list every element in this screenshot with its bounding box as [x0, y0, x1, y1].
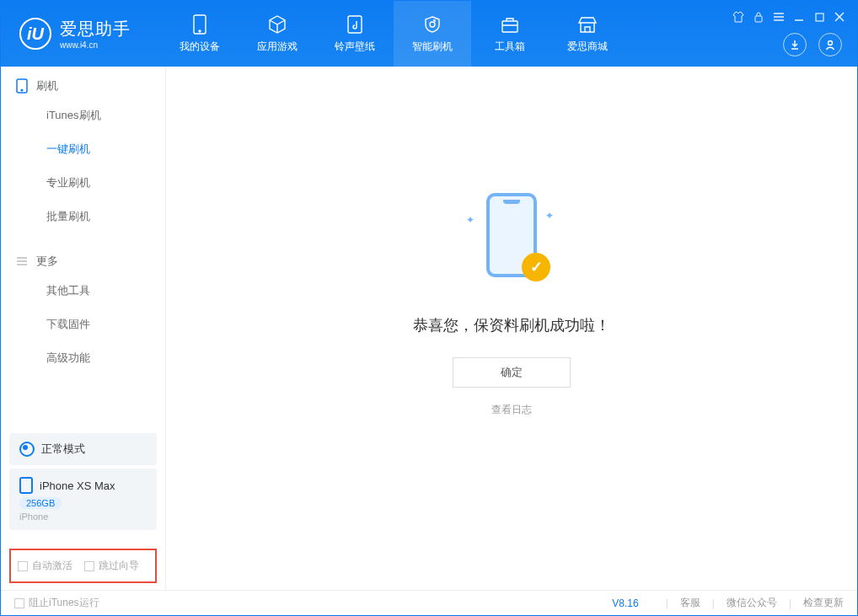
phone-icon — [16, 78, 28, 94]
checkbox-skip-guide[interactable]: 跳过向导 — [84, 559, 139, 573]
sidebar: 刷机 iTunes刷机 一键刷机 专业刷机 批量刷机 更多 其他工具 下载固件 … — [1, 67, 166, 590]
svg-point-12 — [829, 41, 833, 46]
logo-area: iU 爱思助手 www.i4.cn — [1, 18, 161, 50]
device-icon — [189, 13, 211, 35]
tab-my-device[interactable]: 我的设备 — [161, 1, 239, 67]
lock-icon[interactable] — [753, 11, 764, 23]
mode-icon — [19, 442, 35, 457]
success-message: 恭喜您，保资料刷机成功啦！ — [413, 315, 610, 335]
sidebar-section-flash: 刷机 — [1, 67, 165, 99]
tab-toolbox[interactable]: 工具箱 — [471, 1, 549, 67]
download-button[interactable] — [783, 33, 807, 56]
cube-icon — [266, 13, 288, 35]
view-log-link[interactable]: 查看日志 — [491, 403, 532, 417]
sparkle-icon: ✦ — [545, 210, 554, 222]
main-tabs: 我的设备 应用游戏 铃声壁纸 智能刷机 工具箱 爱思商城 — [161, 1, 626, 67]
refresh-shield-icon — [421, 13, 443, 35]
svg-rect-2 — [348, 16, 362, 33]
device-capacity-badge: 256GB — [19, 497, 62, 509]
toolbox-icon — [499, 13, 521, 35]
logo-subtitle: www.i4.cn — [60, 40, 131, 50]
success-illustration: ✦ ✦ ✓ — [461, 189, 562, 290]
svg-point-1 — [199, 30, 201, 32]
minimize-button[interactable] — [793, 11, 805, 23]
sidebar-item-oneclick-flash[interactable]: 一键刷机 — [1, 132, 165, 166]
menu-icon[interactable] — [773, 11, 785, 23]
sidebar-item-batch-flash[interactable]: 批量刷机 — [1, 200, 165, 233]
tab-store[interactable]: 爱思商城 — [549, 1, 626, 67]
checkbox-icon — [14, 598, 24, 608]
music-file-icon — [344, 13, 366, 35]
device-mode-card[interactable]: 正常模式 — [9, 433, 157, 465]
svg-rect-9 — [816, 13, 823, 21]
tab-apps-games[interactable]: 应用游戏 — [239, 1, 316, 67]
link-check-update[interactable]: 检查更新 — [803, 596, 844, 610]
device-type: iPhone — [19, 512, 147, 522]
logo-title: 爱思助手 — [60, 18, 131, 40]
checkbox-icon — [18, 561, 28, 571]
sidebar-item-download-firmware[interactable]: 下载固件 — [1, 308, 165, 341]
tab-smart-flash[interactable]: 智能刷机 — [394, 1, 471, 67]
link-support[interactable]: 客服 — [680, 596, 700, 610]
device-name: iPhone XS Max — [40, 479, 115, 492]
version-label: V8.16 — [612, 597, 638, 609]
checkbox-block-itunes[interactable]: 阻止iTunes运行 — [14, 596, 99, 610]
sidebar-item-other-tools[interactable]: 其他工具 — [1, 274, 165, 308]
close-button[interactable] — [834, 11, 845, 23]
maximize-button[interactable] — [813, 11, 825, 23]
window-controls-top — [732, 11, 845, 23]
tab-ringtones-wallpaper[interactable]: 铃声壁纸 — [316, 1, 394, 67]
header-actions-bottom — [783, 33, 842, 56]
store-icon — [576, 13, 598, 35]
link-wechat[interactable]: 微信公众号 — [727, 596, 777, 610]
svg-rect-4 — [755, 16, 762, 22]
sidebar-section-more: 更多 — [1, 242, 165, 274]
statusbar: 阻止iTunes运行 V8.16 | 客服 | 微信公众号 | 检查更新 — [1, 590, 857, 615]
sparkle-icon: ✦ — [466, 214, 475, 226]
app-header: iU 爱思助手 www.i4.cn 我的设备 应用游戏 铃声壁纸 智能刷机 工具… — [1, 1, 857, 67]
sidebar-item-pro-flash[interactable]: 专业刷机 — [1, 166, 165, 200]
device-info-card[interactable]: iPhone XS Max 256GB iPhone — [9, 469, 157, 530]
shirt-icon[interactable] — [732, 11, 744, 23]
sidebar-item-advanced[interactable]: 高级功能 — [1, 341, 165, 375]
options-highlight-box: 自动激活 跳过向导 — [9, 549, 157, 583]
logo-icon: iU — [19, 18, 51, 50]
check-badge-icon: ✓ — [522, 253, 550, 281]
svg-point-14 — [21, 89, 23, 91]
user-button[interactable] — [818, 33, 842, 56]
svg-rect-3 — [502, 21, 517, 32]
checkbox-auto-activate[interactable]: 自动激活 — [18, 559, 72, 573]
ok-button[interactable]: 确定 — [453, 357, 571, 388]
checkbox-icon — [84, 561, 94, 571]
more-icon — [16, 255, 28, 267]
sidebar-item-itunes-flash[interactable]: iTunes刷机 — [1, 99, 165, 132]
main-content: ✦ ✦ ✓ 恭喜您，保资料刷机成功啦！ 确定 查看日志 — [166, 67, 857, 590]
phone-outline-icon — [19, 477, 33, 494]
